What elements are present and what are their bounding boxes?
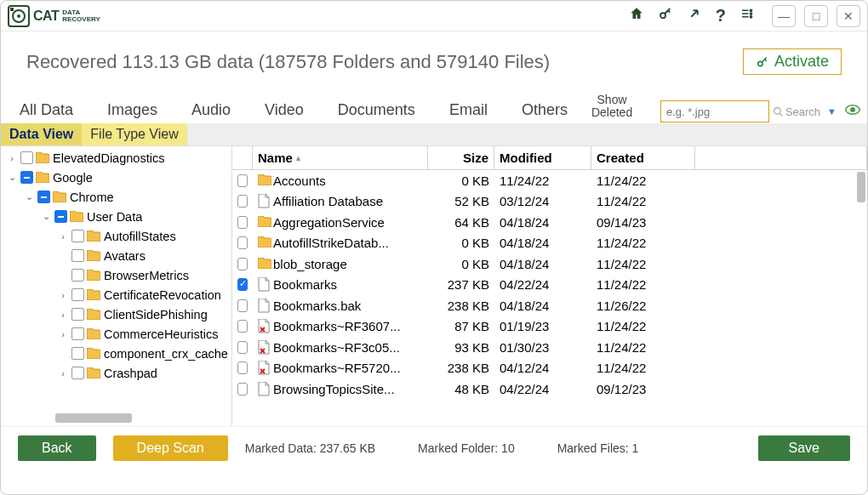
tree-item[interactable]: Avatars bbox=[1, 246, 231, 265]
checkbox[interactable] bbox=[71, 288, 84, 301]
checkbox[interactable] bbox=[237, 383, 248, 395]
file-modified: 01/30/23 bbox=[494, 340, 591, 355]
checkbox[interactable] bbox=[71, 230, 84, 242]
tab-all-data[interactable]: All Data bbox=[8, 98, 85, 122]
tree-label: CertificateRevocation bbox=[104, 288, 221, 302]
tree-item[interactable]: ⌄User Data bbox=[1, 207, 231, 226]
help-icon[interactable]: ? bbox=[716, 6, 726, 26]
folder-icon bbox=[53, 191, 66, 202]
maximize-button[interactable]: □ bbox=[804, 5, 828, 27]
tab-others[interactable]: Others bbox=[510, 98, 580, 122]
checkbox[interactable] bbox=[237, 216, 248, 229]
tree-item[interactable]: BrowserMetrics bbox=[1, 265, 231, 285]
search-input[interactable] bbox=[660, 100, 769, 122]
close-button[interactable]: ✕ bbox=[837, 5, 860, 27]
checkbox[interactable] bbox=[71, 308, 84, 321]
file-created: 11/24/22 bbox=[591, 257, 695, 271]
chevron-right-icon[interactable]: › bbox=[57, 231, 69, 242]
checkbox[interactable] bbox=[237, 278, 248, 291]
tree-label: CommerceHeuristics bbox=[104, 327, 219, 341]
checkbox[interactable] bbox=[20, 151, 33, 164]
tree-item[interactable]: ⌄Chrome bbox=[1, 187, 231, 207]
table-row[interactable]: Bookmarks237 KB04/22/2411/24/22 bbox=[232, 275, 867, 296]
file-size: 52 KB bbox=[428, 194, 494, 208]
share-icon[interactable] bbox=[687, 6, 702, 26]
tree-item[interactable]: ›CertificateRevocation bbox=[1, 285, 231, 304]
checkbox[interactable] bbox=[237, 195, 248, 208]
checkbox[interactable] bbox=[54, 210, 67, 223]
tree-item[interactable]: ›ElevatedDiagnostics bbox=[1, 148, 231, 168]
chevron-down-icon[interactable]: ⌄ bbox=[23, 191, 35, 202]
table-row[interactable]: blob_storage0 KB04/18/2411/24/22 bbox=[232, 253, 867, 275]
checkbox[interactable] bbox=[71, 327, 84, 340]
checkbox[interactable] bbox=[237, 258, 248, 270]
chevron-down-icon[interactable]: ⌄ bbox=[6, 172, 18, 183]
tree-item[interactable]: ›Crashpad bbox=[1, 363, 231, 383]
table-row[interactable]: Bookmarks~RF3607...87 KB01/19/2311/24/22 bbox=[232, 316, 867, 338]
chevron-right-icon[interactable]: › bbox=[57, 310, 69, 320]
key-icon[interactable] bbox=[658, 6, 673, 26]
title-toolbar: ? bbox=[629, 6, 755, 26]
checkbox[interactable] bbox=[237, 299, 248, 312]
file-name: Bookmarks.bak bbox=[273, 299, 361, 313]
chevron-right-icon[interactable]: › bbox=[57, 368, 69, 378]
tab-documents[interactable]: Documents bbox=[326, 98, 427, 122]
chevron-right-icon[interactable]: › bbox=[6, 153, 18, 163]
col-size[interactable]: Size bbox=[428, 146, 494, 169]
checkbox[interactable] bbox=[37, 191, 50, 203]
table-row[interactable]: Bookmarks~RF5720...238 KB04/12/2411/24/2… bbox=[232, 358, 867, 379]
checkbox[interactable] bbox=[237, 341, 248, 354]
tree-label: Avatars bbox=[104, 249, 146, 263]
dropdown-icon[interactable]: ▼ bbox=[827, 106, 837, 117]
activate-button[interactable]: Activate bbox=[743, 48, 842, 75]
svg-point-4 bbox=[660, 13, 665, 18]
tree-item[interactable]: ›AutofillStates bbox=[1, 226, 231, 246]
checkbox[interactable] bbox=[237, 361, 248, 374]
tree-item[interactable]: ⌄Google bbox=[1, 168, 231, 187]
tree-item[interactable]: ›CommerceHeuristics bbox=[1, 324, 231, 344]
checkbox[interactable] bbox=[71, 347, 84, 360]
col-name[interactable]: Name▴ bbox=[253, 146, 428, 169]
checkbox[interactable] bbox=[237, 174, 248, 187]
tab-images[interactable]: Images bbox=[95, 98, 169, 122]
settings-icon[interactable] bbox=[740, 6, 755, 26]
deep-scan-button[interactable]: Deep Scan bbox=[113, 435, 228, 461]
checkbox[interactable] bbox=[71, 367, 84, 379]
chevron-down-icon[interactable]: ⌄ bbox=[40, 211, 52, 222]
tree-item[interactable]: component_crx_cache bbox=[1, 344, 231, 363]
table-row[interactable]: Bookmarks.bak238 KB04/18/2411/26/22 bbox=[232, 295, 867, 316]
chevron-right-icon[interactable]: › bbox=[57, 329, 69, 339]
checkbox[interactable] bbox=[237, 320, 248, 333]
table-row[interactable]: AutofillStrikeDatab...0 KB04/18/2411/24/… bbox=[232, 233, 867, 254]
save-button[interactable]: Save bbox=[758, 435, 850, 461]
table-row[interactable]: Affiliation Database52 KB03/12/2411/24/2… bbox=[232, 191, 867, 213]
search-button[interactable]: Search bbox=[773, 105, 820, 118]
table-row[interactable]: AggregationService64 KB04/18/2409/14/23 bbox=[232, 212, 867, 233]
home-icon[interactable] bbox=[629, 6, 644, 26]
tab-audio[interactable]: Audio bbox=[180, 98, 243, 122]
table-row[interactable]: Accounts0 KB11/24/2211/24/22 bbox=[232, 170, 867, 191]
chevron-right-icon[interactable]: › bbox=[57, 290, 69, 300]
main-content: ›ElevatedDiagnostics⌄Google⌄Chrome⌄User … bbox=[1, 145, 867, 426]
tree-item[interactable]: ›ClientSidePhishing bbox=[1, 304, 231, 324]
col-modified[interactable]: Modified bbox=[494, 146, 591, 169]
tab-video[interactable]: Video bbox=[253, 98, 316, 122]
tab-file-type-view[interactable]: File Type View bbox=[82, 123, 186, 145]
back-button[interactable]: Back bbox=[18, 435, 96, 461]
checkbox[interactable] bbox=[71, 249, 84, 262]
file-created: 09/14/23 bbox=[591, 215, 695, 230]
table-v-scrollbar[interactable] bbox=[857, 172, 865, 202]
file-icon bbox=[258, 299, 270, 313]
tab-email[interactable]: Email bbox=[437, 98, 500, 122]
preview-icon[interactable] bbox=[845, 104, 860, 119]
checkbox[interactable] bbox=[71, 269, 84, 282]
tab-show-deleted[interactable]: Show Deleted bbox=[580, 90, 644, 122]
checkbox[interactable] bbox=[20, 171, 33, 184]
tree-h-scrollbar[interactable] bbox=[55, 413, 132, 423]
minimize-button[interactable]: ― bbox=[772, 5, 796, 27]
col-created[interactable]: Created bbox=[591, 146, 695, 169]
tab-data-view[interactable]: Data View bbox=[1, 123, 82, 145]
table-row[interactable]: Bookmarks~RF3c05...93 KB01/30/2311/24/22 bbox=[232, 337, 867, 358]
checkbox[interactable] bbox=[237, 236, 248, 249]
table-row[interactable]: BrowsingTopicsSite...48 KB04/22/2409/12/… bbox=[232, 378, 867, 400]
